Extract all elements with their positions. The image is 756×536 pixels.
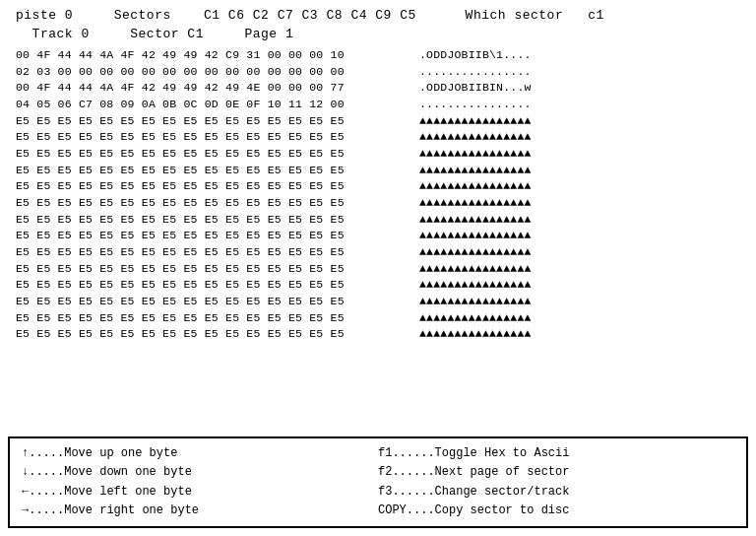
main-area: piste 0 Sectors C1 C6 C2 C7 C3 C8 C4 C9 …	[0, 0, 756, 433]
piste-label: piste 0	[16, 8, 73, 23]
hex-bytes: E5 E5 E5 E5 E5 E5 E5 E5 E5 E5 E5 E5 E5 E…	[16, 195, 400, 212]
footer-left: ↑.....Move up one byte↓.....Move down on…	[22, 444, 378, 520]
header-line: piste 0 Sectors C1 C6 C2 C7 C3 C8 C4 C9 …	[16, 8, 740, 23]
hex-data: 00 4F 44 44 4A 4F 42 49 49 42 C9 31 00 0…	[16, 47, 740, 343]
ascii-col: ▲▲▲▲▲▲▲▲▲▲▲▲▲▲▲▲	[400, 113, 557, 130]
hex-bytes: E5 E5 E5 E5 E5 E5 E5 E5 E5 E5 E5 E5 E5 E…	[16, 228, 400, 244]
hex-row: E5 E5 E5 E5 E5 E5 E5 E5 E5 E5 E5 E5 E5 E…	[16, 178, 740, 195]
which-sector-value: c1	[588, 8, 604, 23]
hex-bytes: E5 E5 E5 E5 E5 E5 E5 E5 E5 E5 E5 E5 E5 E…	[16, 178, 400, 195]
ascii-col: .ODDJOBIIB\1....	[400, 47, 557, 64]
ascii-col: ▲▲▲▲▲▲▲▲▲▲▲▲▲▲▲▲	[400, 310, 557, 327]
hex-bytes: E5 E5 E5 E5 E5 E5 E5 E5 E5 E5 E5 E5 E5 E…	[16, 163, 400, 179]
footer-left-item: ←.....Move left one byte	[22, 483, 378, 502]
hex-bytes: E5 E5 E5 E5 E5 E5 E5 E5 E5 E5 E5 E5 E5 E…	[16, 129, 400, 146]
ascii-col: ................	[400, 64, 557, 81]
hex-bytes: E5 E5 E5 E5 E5 E5 E5 E5 E5 E5 E5 E5 E5 E…	[16, 261, 400, 278]
ascii-col: ▲▲▲▲▲▲▲▲▲▲▲▲▲▲▲▲	[400, 326, 557, 343]
footer-left-item: ↑.....Move up one byte	[22, 444, 378, 463]
hex-bytes: 00 4F 44 44 4A 4F 42 49 49 42 49 4E 00 0…	[16, 80, 400, 97]
ascii-col: ▲▲▲▲▲▲▲▲▲▲▲▲▲▲▲▲	[400, 261, 557, 278]
ascii-col: ▲▲▲▲▲▲▲▲▲▲▲▲▲▲▲▲	[400, 163, 557, 179]
footer-right-item: COPY....Copy sector to disc	[378, 502, 734, 520]
footer-box: ↑.....Move up one byte↓.....Move down on…	[8, 436, 748, 528]
footer-right: f1......Toggle Hex to Asciif2......Next …	[378, 444, 734, 520]
ascii-col: ................	[400, 97, 557, 113]
ascii-col: ▲▲▲▲▲▲▲▲▲▲▲▲▲▲▲▲	[400, 178, 557, 195]
sectors-list: C1 C6 C2 C7 C3 C8 C4 C9 C5	[204, 8, 416, 23]
hex-row: E5 E5 E5 E5 E5 E5 E5 E5 E5 E5 E5 E5 E5 E…	[16, 294, 740, 310]
hex-row: E5 E5 E5 E5 E5 E5 E5 E5 E5 E5 E5 E5 E5 E…	[16, 228, 740, 244]
which-sector-label: Which sector	[466, 8, 564, 23]
hex-bytes: 00 4F 44 44 4A 4F 42 49 49 42 C9 31 00 0…	[16, 47, 400, 64]
hex-bytes: E5 E5 E5 E5 E5 E5 E5 E5 E5 E5 E5 E5 E5 E…	[16, 113, 400, 130]
sectors-label: Sectors	[114, 8, 171, 23]
footer-right-item: f3......Change sector/track	[378, 483, 734, 502]
footer-right-item: f1......Toggle Hex to Ascii	[378, 444, 734, 463]
ascii-col: ▲▲▲▲▲▲▲▲▲▲▲▲▲▲▲▲	[400, 146, 557, 163]
hex-row: 02 03 00 00 00 00 00 00 00 00 00 00 00 0…	[16, 64, 740, 81]
hex-row: E5 E5 E5 E5 E5 E5 E5 E5 E5 E5 E5 E5 E5 E…	[16, 195, 740, 212]
hex-row: E5 E5 E5 E5 E5 E5 E5 E5 E5 E5 E5 E5 E5 E…	[16, 163, 740, 179]
hex-row: E5 E5 E5 E5 E5 E5 E5 E5 E5 E5 E5 E5 E5 E…	[16, 146, 740, 163]
hex-row: E5 E5 E5 E5 E5 E5 E5 E5 E5 E5 E5 E5 E5 E…	[16, 326, 740, 343]
ascii-col: ▲▲▲▲▲▲▲▲▲▲▲▲▲▲▲▲	[400, 277, 557, 294]
hex-bytes: 04 05 06 C7 08 09 0A 0B 0C 0D 0E 0F 10 1…	[16, 97, 400, 113]
screen: piste 0 Sectors C1 C6 C2 C7 C3 C8 C4 C9 …	[0, 0, 756, 536]
ascii-col: ▲▲▲▲▲▲▲▲▲▲▲▲▲▲▲▲	[400, 212, 557, 229]
hex-row: E5 E5 E5 E5 E5 E5 E5 E5 E5 E5 E5 E5 E5 E…	[16, 244, 740, 261]
ascii-col: ▲▲▲▲▲▲▲▲▲▲▲▲▲▲▲▲	[400, 195, 557, 212]
hex-row: 04 05 06 C7 08 09 0A 0B 0C 0D 0E 0F 10 1…	[16, 97, 740, 113]
ascii-col: ▲▲▲▲▲▲▲▲▲▲▲▲▲▲▲▲	[400, 129, 557, 146]
hex-bytes: E5 E5 E5 E5 E5 E5 E5 E5 E5 E5 E5 E5 E5 E…	[16, 277, 400, 294]
ascii-col: .ODDJOBIIBIN...w	[400, 80, 557, 97]
hex-row: E5 E5 E5 E5 E5 E5 E5 E5 E5 E5 E5 E5 E5 E…	[16, 261, 740, 278]
hex-bytes: E5 E5 E5 E5 E5 E5 E5 E5 E5 E5 E5 E5 E5 E…	[16, 310, 400, 327]
page-label: Page 1	[244, 27, 293, 41]
sector-label: Sector C1	[130, 27, 204, 41]
ascii-col: ▲▲▲▲▲▲▲▲▲▲▲▲▲▲▲▲	[400, 294, 557, 310]
footer-left-item: ↓.....Move down one byte	[22, 463, 378, 482]
footer-right-item: f2......Next page of sector	[378, 463, 734, 482]
subheader-line: Track 0 Sector C1 Page 1	[16, 27, 740, 41]
hex-bytes: 02 03 00 00 00 00 00 00 00 00 00 00 00 0…	[16, 64, 400, 81]
hex-bytes: E5 E5 E5 E5 E5 E5 E5 E5 E5 E5 E5 E5 E5 E…	[16, 294, 400, 310]
ascii-col: ▲▲▲▲▲▲▲▲▲▲▲▲▲▲▲▲	[400, 228, 557, 244]
hex-row: E5 E5 E5 E5 E5 E5 E5 E5 E5 E5 E5 E5 E5 E…	[16, 212, 740, 229]
track-label: Track 0	[32, 27, 90, 41]
hex-bytes: E5 E5 E5 E5 E5 E5 E5 E5 E5 E5 E5 E5 E5 E…	[16, 326, 400, 343]
hex-row: 00 4F 44 44 4A 4F 42 49 49 42 49 4E 00 0…	[16, 80, 740, 97]
footer-left-item: →.....Move right one byte	[22, 502, 378, 520]
hex-row: E5 E5 E5 E5 E5 E5 E5 E5 E5 E5 E5 E5 E5 E…	[16, 310, 740, 327]
hex-bytes: E5 E5 E5 E5 E5 E5 E5 E5 E5 E5 E5 E5 E5 E…	[16, 212, 400, 229]
hex-row: E5 E5 E5 E5 E5 E5 E5 E5 E5 E5 E5 E5 E5 E…	[16, 113, 740, 130]
ascii-col: ▲▲▲▲▲▲▲▲▲▲▲▲▲▲▲▲	[400, 244, 557, 261]
hex-bytes: E5 E5 E5 E5 E5 E5 E5 E5 E5 E5 E5 E5 E5 E…	[16, 146, 400, 163]
hex-row: 00 4F 44 44 4A 4F 42 49 49 42 C9 31 00 0…	[16, 47, 740, 64]
hex-bytes: E5 E5 E5 E5 E5 E5 E5 E5 E5 E5 E5 E5 E5 E…	[16, 244, 400, 261]
hex-row: E5 E5 E5 E5 E5 E5 E5 E5 E5 E5 E5 E5 E5 E…	[16, 129, 740, 146]
hex-row: E5 E5 E5 E5 E5 E5 E5 E5 E5 E5 E5 E5 E5 E…	[16, 277, 740, 294]
